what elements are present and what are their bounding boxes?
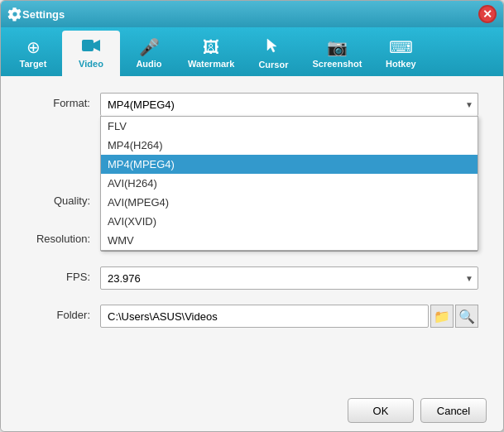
tab-audio-label: Audio (136, 59, 161, 69)
video-icon (82, 38, 100, 55)
format-dropdown-list: FLV MP4(H264) MP4(MPEG4) AVI(H264) AVI(M… (100, 116, 478, 251)
folder-row: 📁 🔍 (100, 305, 478, 328)
window-title: Settings (22, 8, 478, 21)
tab-hotkey-label: Hotkey (386, 59, 416, 69)
format-option-mp4mpeg4[interactable]: MP4(MPEG4) (101, 155, 478, 174)
quality-label: Quality: (26, 190, 100, 207)
folder-control: 📁 🔍 (100, 305, 478, 328)
tab-video[interactable]: Video (62, 31, 120, 76)
format-dropdown[interactable]: MP4(MPEG4) (100, 93, 478, 116)
tab-watermark[interactable]: 🖼 Watermark (178, 31, 244, 76)
settings-window: Settings ✕ ⊕ Target Video 🎤 Audio 🖼 Wate… (0, 0, 504, 432)
format-option-flv[interactable]: FLV (101, 117, 478, 136)
fps-dropdown-wrapper: 23.976242529.973060 ▼ (100, 266, 478, 290)
format-option-mp4h264[interactable]: MP4(H264) (101, 136, 478, 155)
footer: OK Cancel (1, 390, 503, 431)
folder-field-row: Folder: 📁 🔍 (26, 305, 478, 328)
fps-dropdown[interactable]: 23.976242529.973060 (100, 266, 478, 290)
ok-button[interactable]: OK (348, 398, 414, 423)
tab-cursor-label: Cursor (258, 60, 288, 70)
svg-rect-0 (82, 40, 94, 51)
watermark-icon: 🖼 (203, 39, 219, 55)
tab-bar: ⊕ Target Video 🎤 Audio 🖼 Watermark (1, 27, 503, 76)
folder-browse-icon: 📁 (434, 309, 450, 324)
fps-label: FPS: (26, 266, 100, 283)
fps-control: 23.976242529.973060 ▼ (100, 266, 478, 290)
format-selected-value: MP4(MPEG4) (108, 98, 175, 111)
svg-marker-2 (267, 39, 276, 52)
hotkey-icon: ⌨ (389, 39, 413, 55)
tab-hotkey[interactable]: ⌨ Hotkey (372, 31, 430, 76)
format-field-row: Format: MP4(MPEG4) ▼ FLV MP4(H264) MP4(M… (26, 93, 478, 116)
tab-screenshot-label: Screenshot (312, 59, 362, 69)
tab-cursor[interactable]: Cursor (244, 31, 302, 76)
format-option-wmv[interactable]: WMV (101, 231, 478, 250)
format-option-avimpeg4[interactable]: AVI(MPEG4) (101, 193, 478, 212)
tab-screenshot[interactable]: 📷 Screenshot (302, 31, 372, 76)
folder-search-button[interactable]: 🔍 (455, 305, 478, 328)
folder-browse-button[interactable]: 📁 (430, 305, 454, 328)
fps-field-row: FPS: 23.976242529.973060 ▼ (26, 266, 478, 290)
tab-content: Format: MP4(MPEG4) ▼ FLV MP4(H264) MP4(M… (1, 76, 503, 390)
tab-video-label: Video (79, 59, 103, 69)
format-option-avih264[interactable]: AVI(H264) (101, 174, 478, 193)
settings-icon (7, 7, 22, 22)
screenshot-icon: 📷 (327, 39, 348, 55)
title-bar: Settings ✕ (1, 1, 503, 27)
close-button[interactable]: ✕ (478, 5, 497, 23)
cancel-button[interactable]: Cancel (420, 398, 487, 423)
tab-target-label: Target (20, 59, 47, 69)
target-icon: ⊕ (26, 39, 41, 55)
cursor-icon (265, 37, 281, 56)
tab-watermark-label: Watermark (188, 59, 234, 69)
format-option-avixvid[interactable]: AVI(XVID) (101, 212, 478, 231)
tab-target[interactable]: ⊕ Target (4, 31, 62, 76)
format-control: MP4(MPEG4) ▼ FLV MP4(H264) MP4(MPEG4) AV… (100, 93, 478, 116)
format-label: Format: (26, 93, 100, 109)
folder-input[interactable] (100, 305, 429, 328)
folder-label: Folder: (26, 305, 100, 321)
audio-icon: 🎤 (139, 39, 160, 55)
folder-search-icon: 🔍 (458, 309, 475, 324)
svg-marker-1 (94, 40, 100, 51)
resolution-label: Resolution: (26, 228, 100, 245)
format-dropdown-wrapper: MP4(MPEG4) ▼ FLV MP4(H264) MP4(MPEG4) AV… (100, 93, 478, 116)
tab-audio[interactable]: 🎤 Audio (120, 31, 178, 76)
